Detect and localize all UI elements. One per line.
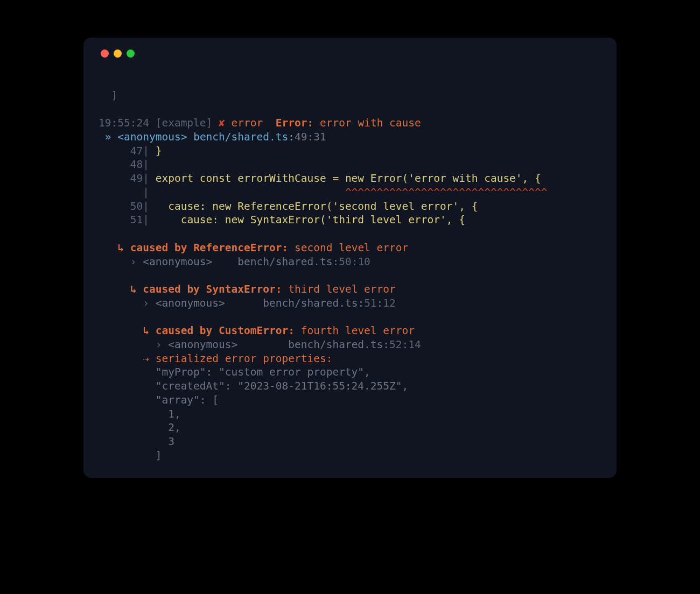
stack-anonymous: <anonymous> bbox=[117, 131, 187, 143]
terminal-window: ] 19:55:24 [example] ✘ error Error: erro… bbox=[83, 38, 617, 478]
stack-col: :31 bbox=[307, 131, 326, 143]
stack-path: bench/shared.ts: bbox=[193, 131, 295, 143]
code-line: cause: new SyntaxError('third level erro… bbox=[149, 214, 465, 226]
stack-anonymous: <anonymous> bbox=[156, 297, 225, 309]
stack-line: 49 bbox=[295, 131, 307, 143]
stack-line: 51 bbox=[364, 297, 376, 309]
serial-arrow-icon: ⇢ bbox=[143, 352, 149, 365]
squiggle-pad bbox=[149, 186, 345, 199]
cause-message: fourth level error bbox=[301, 324, 415, 337]
cause-arrow-icon: ↳ bbox=[117, 242, 124, 254]
line-number: 48| bbox=[130, 158, 149, 171]
window-close-icon[interactable] bbox=[101, 49, 109, 58]
stack-arrow-icon: » bbox=[105, 131, 111, 143]
cause-arrow-icon: ↳ bbox=[143, 324, 149, 337]
error-message: error with cause bbox=[320, 117, 421, 129]
line-number: 49| bbox=[130, 172, 149, 185]
log-level: error bbox=[232, 117, 263, 129]
prop-value: [ bbox=[206, 394, 219, 406]
prop-key: "createdAt": bbox=[156, 380, 232, 392]
code-line: cause: new ReferenceError('second level … bbox=[149, 200, 478, 213]
array-item: 2, bbox=[156, 421, 181, 434]
closing-bracket: ] bbox=[99, 89, 117, 102]
window-traffic-lights bbox=[101, 49, 601, 58]
stack-path: bench/shared.ts: bbox=[288, 338, 389, 351]
stack-arrow-icon: › bbox=[130, 256, 137, 268]
array-item: 1, bbox=[156, 408, 181, 420]
log-timestamp: 19:55:24 bbox=[99, 117, 149, 129]
stack-arrow-icon: › bbox=[156, 338, 162, 351]
prop-value: "custom error property", bbox=[212, 366, 370, 378]
stack-line: 52 bbox=[389, 338, 402, 351]
x-mark-icon: ✘ bbox=[219, 117, 225, 129]
error-squiggle: ^^^^^^^^^^^^^^^^^^^^^^^^^^^^^^^^ bbox=[345, 186, 548, 199]
array-item: 3 bbox=[156, 435, 174, 448]
terminal-output: ] 19:55:24 [example] ✘ error Error: erro… bbox=[99, 75, 601, 463]
cause-label: caused by ReferenceError: bbox=[130, 242, 289, 254]
cause-label: caused by CustomError: bbox=[156, 324, 295, 337]
cause-message: third level error bbox=[288, 283, 396, 295]
prop-value: "2023-08-21T16:55:24.255Z", bbox=[232, 380, 409, 392]
stack-arrow-icon: › bbox=[143, 297, 149, 309]
array-close: ] bbox=[156, 449, 162, 462]
cause-label: caused by SyntaxError: bbox=[143, 283, 282, 295]
prop-key: "array": bbox=[156, 394, 206, 406]
window-minimize-icon[interactable] bbox=[114, 49, 122, 58]
line-number: 51| bbox=[130, 214, 149, 226]
error-type-label: Error: bbox=[276, 117, 313, 129]
line-number: 50| bbox=[130, 200, 149, 213]
stack-col: :12 bbox=[377, 297, 396, 309]
code-line: export const errorWithCause = new Error(… bbox=[149, 172, 541, 185]
prop-key: "myProp": bbox=[156, 366, 213, 378]
line-number: 47| bbox=[130, 145, 149, 157]
cause-arrow-icon: ↳ bbox=[130, 283, 137, 295]
stack-col: :10 bbox=[352, 256, 370, 268]
code-line: } bbox=[149, 145, 162, 157]
cause-message: second level error bbox=[295, 242, 408, 254]
stack-anonymous: <anonymous> bbox=[143, 256, 212, 268]
stack-path: bench/shared.ts: bbox=[237, 256, 339, 268]
stack-anonymous: <anonymous> bbox=[168, 338, 237, 351]
serial-label: serialized error properties: bbox=[156, 352, 333, 365]
line-number: | bbox=[130, 186, 149, 199]
stack-line: 50 bbox=[339, 256, 351, 268]
log-scope: [example] bbox=[156, 117, 213, 129]
window-zoom-icon[interactable] bbox=[127, 49, 135, 58]
stack-col: :14 bbox=[402, 338, 421, 351]
stack-path: bench/shared.ts: bbox=[263, 297, 364, 309]
